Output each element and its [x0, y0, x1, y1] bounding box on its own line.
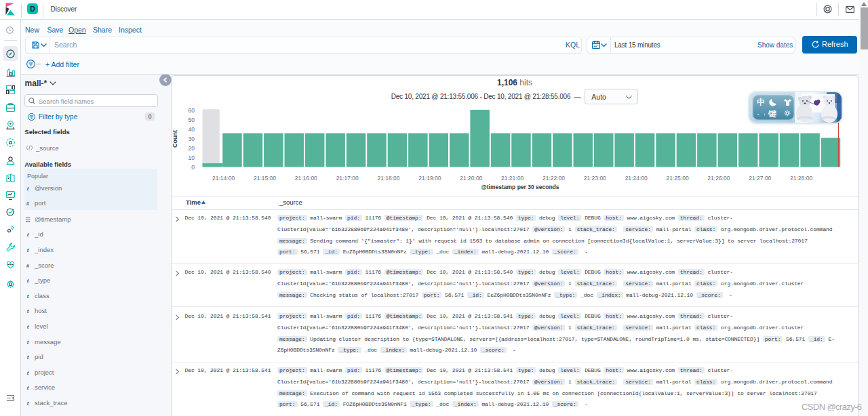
svg-text:21:14:00: 21:14:00	[212, 175, 235, 182]
svg-text:0: 0	[191, 164, 195, 171]
svg-text:21:25:00: 21:25:00	[667, 175, 689, 182]
svg-text:60: 60	[189, 107, 195, 114]
svg-text:Count: Count	[172, 130, 178, 148]
svg-text:21:20:00: 21:20:00	[460, 175, 482, 182]
svg-text:21:22:00: 21:22:00	[542, 175, 565, 182]
svg-text:20: 20	[189, 145, 195, 152]
svg-text:21:24:00: 21:24:00	[625, 175, 648, 182]
svg-text:21:18:00: 21:18:00	[377, 175, 399, 182]
svg-text:21:21:00: 21:21:00	[501, 175, 524, 182]
svg-text:50: 50	[189, 117, 195, 123]
svg-text:10: 10	[189, 154, 195, 161]
svg-text:21:27:00: 21:27:00	[749, 175, 771, 182]
svg-text:@timestamp per 30 seconds: @timestamp per 30 seconds	[481, 184, 559, 190]
svg-text:21:19:00: 21:19:00	[418, 175, 441, 182]
svg-text:21:17:00: 21:17:00	[336, 175, 359, 182]
svg-text:21:26:00: 21:26:00	[707, 175, 730, 182]
svg-text:21:23:00: 21:23:00	[584, 175, 606, 182]
svg-text:40: 40	[189, 126, 195, 133]
svg-text:21:16:00: 21:16:00	[295, 175, 317, 182]
svg-text:30: 30	[189, 136, 195, 142]
svg-text:21:15:00: 21:15:00	[254, 175, 276, 182]
svg-text:21:28:00: 21:28:00	[790, 175, 812, 182]
